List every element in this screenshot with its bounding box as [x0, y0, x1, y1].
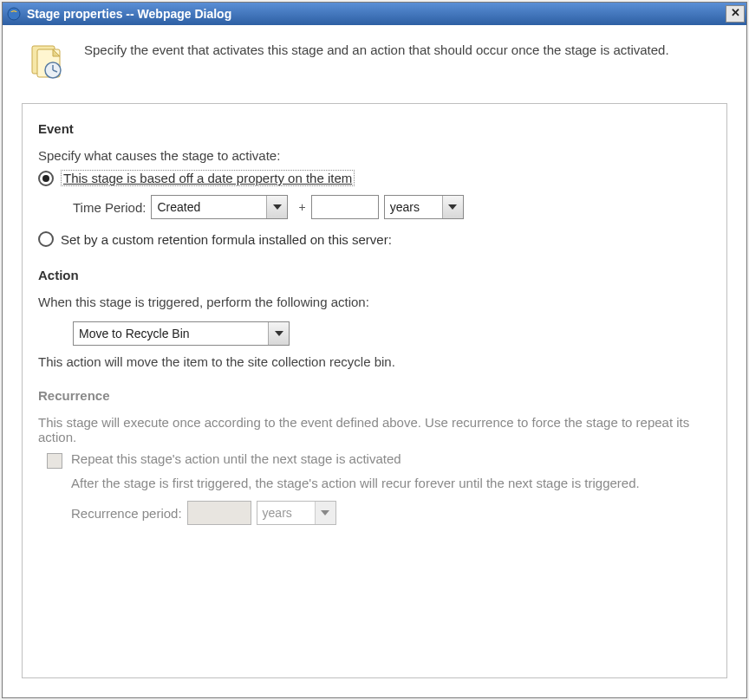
repeat-checkbox-label: Repeat this stage's action until the nex… — [71, 451, 401, 466]
chevron-down-icon — [442, 196, 463, 218]
time-unit-selected: years — [390, 200, 425, 214]
recurrence-section-title: Recurrence — [38, 388, 711, 403]
chevron-down-icon — [315, 502, 335, 524]
recurrence-period-label: Recurrence period: — [71, 506, 182, 521]
time-unit-select[interactable]: years — [384, 195, 464, 219]
title-bar: Stage properties -- Webpage Dialog ✕ — [3, 3, 746, 25]
recurrence-unit-selected: years — [263, 506, 297, 520]
time-period-row: Time Period: Created + years — [73, 195, 711, 219]
chevron-down-icon — [266, 196, 287, 218]
plus-separator: + — [298, 200, 305, 214]
recurrence-period-row: Recurrence period: years — [71, 501, 711, 525]
event-option-date-property[interactable]: This stage is based off a date property … — [38, 170, 711, 186]
header-block: Specify the event that activates this st… — [3, 25, 746, 94]
header-description: Specify the event that activates this st… — [84, 41, 669, 82]
action-description: This action will move the item to the si… — [38, 354, 711, 369]
content-frame: Event Specify what causes the stage to a… — [22, 103, 727, 678]
action-selected: Move to Recycle Bin — [79, 327, 195, 340]
repeat-checkbox[interactable] — [47, 453, 62, 469]
repeat-checkbox-row: Repeat this stage's action until the nex… — [47, 451, 711, 469]
close-button[interactable]: ✕ — [726, 5, 745, 23]
event-option-custom-formula[interactable]: Set by a custom retention formula instal… — [38, 231, 711, 247]
recurrence-unit-select: years — [257, 501, 336, 525]
chevron-down-icon — [268, 322, 289, 345]
stage-folder-icon — [27, 41, 68, 82]
radio-date-property-icon — [38, 171, 54, 186]
recurrence-intro: This stage will execute once according t… — [38, 415, 711, 444]
action-prompt: When this stage is triggered, perform th… — [38, 295, 711, 309]
recurrence-period-input — [187, 501, 251, 525]
event-prompt: Specify what causes the stage to activat… — [38, 148, 711, 163]
recurrence-subdesc: After the stage is first triggered, the … — [71, 474, 711, 492]
action-select[interactable]: Move to Recycle Bin — [73, 321, 290, 346]
radio-custom-formula-label: Set by a custom retention formula instal… — [61, 232, 392, 247]
radio-date-property-label: This stage is based off a date property … — [61, 170, 355, 186]
event-section-title: Event — [38, 121, 711, 136]
time-property-selected: Created — [157, 200, 205, 214]
svg-point-0 — [8, 8, 20, 20]
time-period-label: Time Period: — [73, 200, 146, 215]
time-property-select[interactable]: Created — [151, 195, 288, 219]
ie-icon — [6, 6, 22, 22]
stage-properties-dialog: Stage properties -- Webpage Dialog ✕ Spe… — [2, 2, 747, 698]
dialog-title: Stage properties -- Webpage Dialog — [27, 7, 724, 21]
radio-custom-formula-icon — [38, 231, 54, 247]
time-value-input[interactable] — [311, 195, 379, 219]
action-section-title: Action — [38, 268, 711, 282]
